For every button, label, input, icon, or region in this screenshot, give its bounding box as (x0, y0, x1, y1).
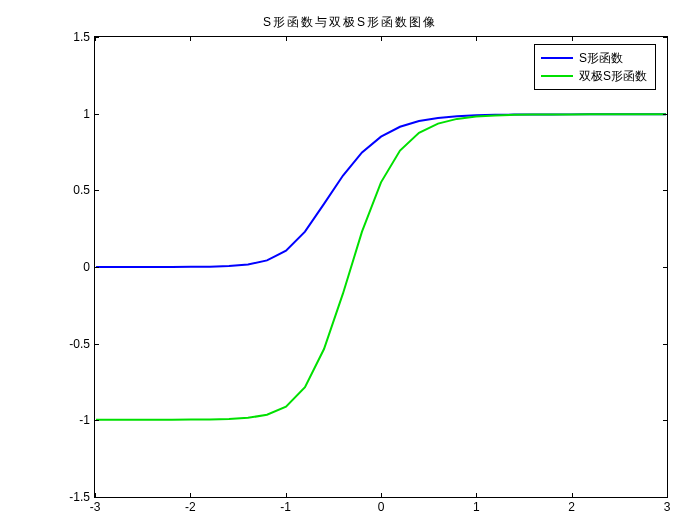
x-tick-mark (476, 493, 477, 498)
curves-svg (95, 37, 667, 497)
plot-area (94, 36, 668, 498)
x-tick-label: -2 (185, 500, 196, 514)
x-tick-mark (381, 36, 382, 41)
y-tick-mark (663, 344, 668, 345)
legend-label-0: S形函数 (579, 50, 623, 67)
legend-label-1: 双极S形函数 (579, 68, 647, 85)
y-tick-mark (663, 190, 668, 191)
y-tick-mark (663, 114, 668, 115)
y-tick-mark (94, 267, 99, 268)
x-tick-mark (286, 36, 287, 41)
x-tick-mark (667, 36, 668, 41)
y-tick-label: -1 (50, 413, 90, 427)
x-tick-label: 1 (473, 500, 480, 514)
x-tick-mark (667, 493, 668, 498)
y-tick-mark (94, 114, 99, 115)
legend-entry-1: 双极S形函数 (541, 67, 647, 85)
legend-swatch-1 (541, 75, 573, 77)
y-tick-label: -0.5 (50, 337, 90, 351)
x-tick-label: -3 (90, 500, 101, 514)
x-tick-mark (381, 493, 382, 498)
x-tick-label: 2 (568, 500, 575, 514)
y-tick-label: 1.5 (50, 30, 90, 44)
x-tick-mark (190, 36, 191, 41)
series-line-0 (96, 114, 666, 267)
x-tick-mark (476, 36, 477, 41)
x-tick-label: 0 (378, 500, 385, 514)
y-tick-label: 1 (50, 107, 90, 121)
x-tick-mark (95, 493, 96, 498)
y-tick-mark (94, 190, 99, 191)
x-tick-mark (95, 36, 96, 41)
y-tick-mark (663, 267, 668, 268)
x-tick-mark (572, 36, 573, 41)
y-tick-label: 0 (50, 260, 90, 274)
x-tick-label: -1 (280, 500, 291, 514)
legend-entry-0: S形函数 (541, 49, 647, 67)
chart-container: S形函数与双极S形函数图像 S形函数 双极S形函数 -1.5-1-0.500.5… (0, 0, 700, 523)
x-tick-mark (286, 493, 287, 498)
y-tick-mark (94, 420, 99, 421)
legend-box: S形函数 双极S形函数 (534, 44, 656, 90)
x-tick-mark (572, 493, 573, 498)
y-tick-mark (94, 344, 99, 345)
y-tick-mark (663, 420, 668, 421)
y-tick-label: 0.5 (50, 183, 90, 197)
x-tick-label: 3 (664, 500, 671, 514)
legend-swatch-0 (541, 57, 573, 59)
y-tick-label: -1.5 (50, 490, 90, 504)
chart-title: S形函数与双极S形函数图像 (0, 14, 700, 31)
x-tick-mark (190, 493, 191, 498)
